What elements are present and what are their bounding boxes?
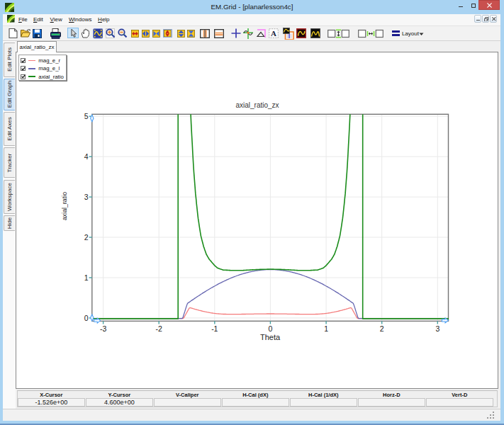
svg-text:2: 2: [380, 324, 384, 333]
svg-text:4: 4: [84, 152, 89, 161]
svg-text:3: 3: [435, 324, 439, 333]
svg-text:3: 3: [84, 193, 89, 201]
svg-text:5: 5: [84, 112, 89, 120]
svg-text:2: 2: [84, 233, 89, 242]
svg-text:-3: -3: [100, 324, 106, 333]
svg-text:-1: -1: [211, 324, 218, 333]
svg-text:0: 0: [84, 314, 89, 322]
svg-text:axial_ratio_zx: axial_ratio_zx: [235, 101, 279, 109]
svg-text:1: 1: [324, 324, 328, 333]
svg-text:-2: -2: [156, 324, 162, 333]
svg-text:Theta: Theta: [260, 333, 281, 341]
svg-text:0: 0: [268, 324, 272, 333]
svg-text:1: 1: [84, 273, 89, 282]
svg-text:axial_ratio: axial_ratio: [61, 192, 68, 220]
